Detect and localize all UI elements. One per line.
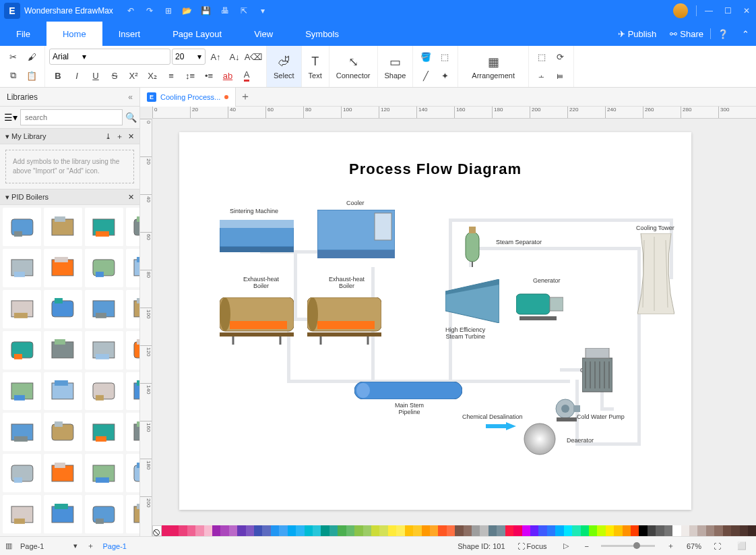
align-shapes-button[interactable]: ⫠: [533, 67, 550, 84]
color-swatch[interactable]: [714, 525, 722, 536]
minimize-button[interactable]: —: [699, 1, 718, 20]
color-swatch[interactable]: [589, 525, 597, 536]
library-shape[interactable]: [85, 290, 123, 328]
menu-insert[interactable]: Insert: [102, 22, 157, 46]
send-back-button[interactable]: ⬚: [436, 49, 453, 65]
undo-button[interactable]: ↶: [121, 1, 140, 20]
color-swatch[interactable]: [379, 525, 387, 536]
superscript-button[interactable]: X²: [125, 67, 142, 84]
align-button[interactable]: ≡: [162, 67, 180, 84]
zoom-out-button[interactable]: −: [581, 541, 593, 552]
color-swatch[interactable]: [170, 525, 179, 536]
color-swatch[interactable]: [723, 525, 731, 536]
color-swatch[interactable]: [581, 525, 589, 536]
close-pid-section-icon[interactable]: ✕: [128, 193, 134, 202]
search-icon[interactable]: 🔍: [125, 112, 137, 123]
bold-button[interactable]: B: [49, 67, 67, 84]
shape-exhaust-boiler-1[interactable]: [220, 297, 294, 345]
menu-view[interactable]: View: [238, 22, 289, 46]
publish-button[interactable]: ✈ Publish: [611, 29, 664, 39]
library-shape[interactable]: [126, 208, 139, 246]
shape-cold-water-pump[interactable]: [553, 399, 580, 422]
color-swatch[interactable]: [564, 525, 572, 536]
color-swatch[interactable]: [246, 525, 254, 536]
color-swatch[interactable]: [672, 525, 681, 536]
page-tab[interactable]: Page-1: [102, 542, 126, 550]
color-swatch[interactable]: [748, 525, 756, 536]
effects-button[interactable]: ✦: [436, 67, 453, 84]
diagram-page[interactable]: Process Flow Diagram: [179, 132, 691, 510]
color-swatch[interactable]: [497, 525, 505, 536]
color-swatch[interactable]: [237, 525, 245, 536]
maximize-button[interactable]: ☐: [718, 1, 737, 20]
library-shape[interactable]: [126, 454, 139, 492]
shape-sintering-machine[interactable]: [220, 220, 294, 254]
shape-turbine[interactable]: [445, 279, 499, 323]
color-swatch[interactable]: [430, 525, 438, 536]
text-tool[interactable]: T Text: [302, 46, 329, 87]
color-swatch[interactable]: [522, 525, 530, 536]
subscript-button[interactable]: X₂: [144, 67, 161, 84]
shape-generator[interactable]: [516, 291, 563, 321]
shape-steam-separator[interactable]: [462, 227, 482, 267]
library-shape[interactable]: [126, 372, 139, 411]
color-swatch[interactable]: [195, 525, 203, 536]
strike-button[interactable]: S: [106, 67, 123, 84]
library-shape[interactable]: [85, 331, 123, 370]
library-shape[interactable]: [3, 331, 41, 370]
color-swatch[interactable]: [689, 525, 697, 536]
color-swatch[interactable]: [321, 525, 329, 536]
color-swatch[interactable]: [505, 525, 513, 536]
collapse-libraries-icon[interactable]: «: [128, 92, 133, 102]
library-shape[interactable]: [3, 372, 41, 411]
library-shape[interactable]: [3, 208, 41, 246]
text-style-button[interactable]: ab: [219, 67, 237, 84]
library-shape[interactable]: [44, 208, 82, 246]
color-swatch[interactable]: [572, 525, 580, 536]
color-swatch[interactable]: [438, 525, 446, 536]
menu-page-layout[interactable]: Page Layout: [156, 22, 238, 46]
color-swatch[interactable]: [229, 525, 237, 536]
color-swatch[interactable]: [606, 525, 614, 536]
redo-button[interactable]: ↷: [140, 1, 159, 20]
outline-view-icon[interactable]: ▥: [5, 542, 12, 550]
library-shape[interactable]: [85, 249, 123, 287]
color-swatch[interactable]: [614, 525, 622, 536]
page-selector[interactable]: Page-1: [20, 542, 44, 550]
font-size-selector[interactable]: 20▾: [172, 49, 206, 65]
library-shape[interactable]: [126, 290, 139, 328]
help-button[interactable]: ❔: [711, 29, 735, 39]
color-swatch[interactable]: [455, 525, 463, 536]
color-swatch[interactable]: [254, 525, 262, 536]
qa-dropdown[interactable]: ▾: [253, 1, 272, 20]
underline-button[interactable]: U: [87, 67, 104, 84]
color-swatch[interactable]: [271, 525, 279, 536]
color-swatch[interactable]: [664, 525, 672, 536]
library-shape[interactable]: [44, 331, 82, 370]
library-shape[interactable]: [44, 290, 82, 328]
library-shape[interactable]: [85, 495, 123, 533]
user-avatar[interactable]: [673, 3, 688, 18]
color-swatch[interactable]: [639, 525, 647, 536]
rotate-button[interactable]: ⟳: [552, 49, 569, 65]
export-button[interactable]: ⇱: [234, 1, 253, 20]
color-swatch[interactable]: [388, 525, 396, 536]
library-menu-icon[interactable]: ☰▾: [4, 112, 18, 123]
library-shape[interactable]: [85, 413, 123, 451]
color-swatch[interactable]: [313, 525, 321, 536]
line-button[interactable]: ╱: [417, 67, 435, 84]
canvas-viewport[interactable]: Process Flow Diagram: [152, 119, 756, 536]
menu-symbols[interactable]: Symbols: [289, 22, 355, 46]
library-shape[interactable]: [85, 454, 123, 492]
arrangement-tool[interactable]: ▦ Arrangement: [458, 46, 529, 87]
shape-cooling-tower[interactable]: [637, 233, 674, 314]
zoom-slider[interactable]: [601, 545, 655, 547]
page-dropdown-icon[interactable]: ▾: [73, 542, 77, 550]
fit-page-button[interactable]: ⛶: [710, 541, 725, 552]
new-button[interactable]: ⊞: [159, 1, 178, 20]
color-swatch[interactable]: [731, 525, 739, 536]
color-swatch[interactable]: [547, 525, 555, 536]
shape-tool[interactable]: ▭ Shape: [378, 46, 414, 87]
color-swatch[interactable]: [338, 525, 346, 536]
color-swatch[interactable]: [220, 525, 228, 536]
